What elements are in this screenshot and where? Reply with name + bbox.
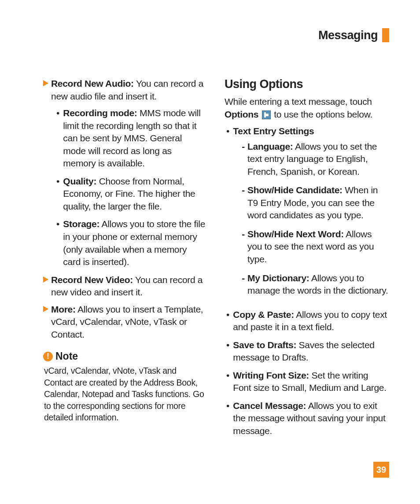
options-label: Options <box>225 109 258 119</box>
item-text: Recording mode: MMS mode will limit the … <box>63 107 206 170</box>
item-label: Text Entry Settings <box>233 126 314 136</box>
item-label: Save to Drafts: <box>233 340 296 350</box>
bullet-icon: • <box>226 400 229 438</box>
item-text: Text Entry Settings - Language: Allows y… <box>233 125 388 303</box>
item-text: Show/Hide Candidate: When in T9 Entry Mo… <box>247 184 388 222</box>
triangle-icon <box>43 306 48 312</box>
dash-icon: - <box>242 272 245 297</box>
header-accent-bar <box>382 28 389 42</box>
dash-icon: - <box>242 184 245 222</box>
intro-text-1: While entering a text message, touch <box>225 96 372 107</box>
left-column: Record New Audio: You can record a new a… <box>43 77 206 443</box>
item-label: Language: <box>247 141 293 151</box>
options-menu-icon <box>262 110 271 119</box>
item-label: Recording mode: <box>63 108 137 118</box>
item-label: Record New Audio: <box>51 78 134 88</box>
bullet-icon: • <box>226 339 229 364</box>
item-text: Quality: Choose from Normal, Economy, or… <box>63 175 206 213</box>
section-heading-using-options: Using Options <box>225 77 388 91</box>
item-save-to-drafts: • Save to Drafts: Saves the selected mes… <box>225 339 388 364</box>
note-header: ! Note <box>43 350 206 362</box>
bullet-icon: • <box>226 369 229 394</box>
item-label: Show/Hide Candidate: <box>247 185 343 195</box>
right-column: Using Options While entering a text mess… <box>225 77 388 443</box>
item-label: More: <box>51 304 76 314</box>
item-label: Writing Font Size: <box>233 370 309 380</box>
item-text: Language: Allows you to set the text ent… <box>247 140 388 178</box>
item-label: Storage: <box>63 219 99 229</box>
item-text: Copy & Paste: Allows you to copy text an… <box>233 309 388 334</box>
triangle-icon <box>43 80 48 86</box>
page-header: Messaging <box>43 28 389 42</box>
item-text: Writing Font Size: Set the writing Font … <box>233 369 388 394</box>
record-audio-sublist: • Recording mode: MMS mode will limit th… <box>43 107 206 269</box>
item-label: Quality: <box>63 176 96 186</box>
bullet-icon: • <box>56 218 59 268</box>
item-label: My Dictionary: <box>247 273 309 283</box>
intro-paragraph: While entering a text message, touch Opt… <box>225 96 388 121</box>
text-entry-sublist: - Language: Allows you to set the text e… <box>233 140 388 297</box>
item-record-new-audio: Record New Audio: You can record a new a… <box>43 77 206 103</box>
item-record-new-video: Record New Video: You can record a new v… <box>43 274 206 299</box>
page-number: 39 <box>373 462 389 478</box>
item-more: More: Allows you to insert a Template, v… <box>43 303 206 341</box>
content-columns: Record New Audio: You can record a new a… <box>43 77 389 443</box>
dash-icon: - <box>242 228 245 266</box>
subitem-show-hide-candidate: - Show/Hide Candidate: When in T9 Entry … <box>242 184 388 222</box>
item-text: Cancel Message: Allows you to exit the m… <box>233 400 388 438</box>
item-copy-paste: • Copy & Paste: Allows you to copy text … <box>225 309 388 334</box>
note-body: vCard, vCalendar, vNote, vTask and Conta… <box>43 365 206 423</box>
note-icon: ! <box>43 352 53 361</box>
bullet-icon: • <box>226 125 229 303</box>
item-label: Cancel Message: <box>233 401 306 411</box>
item-label: Copy & Paste: <box>233 309 294 320</box>
bullet-icon: • <box>56 107 59 170</box>
item-label: Record New Video: <box>51 275 133 285</box>
triangle-icon <box>43 276 48 283</box>
item-text: Record New Audio: You can record a new a… <box>51 77 206 103</box>
item-text: Show/Hide Next Word: Allows you to see t… <box>247 228 388 266</box>
item-cancel-message: • Cancel Message: Allows you to exit the… <box>225 400 388 438</box>
item-text: Record New Video: You can record a new v… <box>51 274 206 299</box>
page-header-title: Messaging <box>318 29 378 42</box>
item-text: My Dictionary: Allows you to manage the … <box>247 272 388 297</box>
item-text-entry-settings: • Text Entry Settings - Language: Allows… <box>225 125 388 303</box>
item-text: More: Allows you to insert a Template, v… <box>51 303 206 341</box>
subitem-quality: • Quality: Choose from Normal, Economy, … <box>56 175 206 213</box>
intro-text-2: to use the options below. <box>272 109 372 119</box>
subitem-recording-mode: • Recording mode: MMS mode will limit th… <box>56 107 206 170</box>
item-text: Save to Drafts: Saves the selected messa… <box>233 339 388 364</box>
subitem-show-hide-next-word: - Show/Hide Next Word: Allows you to see… <box>242 228 388 266</box>
item-writing-font-size: • Writing Font Size: Set the writing Fon… <box>225 369 388 394</box>
bullet-icon: • <box>56 175 59 213</box>
item-label: Show/Hide Next Word: <box>247 229 344 239</box>
subitem-language: - Language: Allows you to set the text e… <box>242 140 388 178</box>
note-title: Note <box>55 350 78 362</box>
bullet-icon: • <box>226 309 229 334</box>
subitem-my-dictionary: - My Dictionary: Allows you to manage th… <box>242 272 388 297</box>
dash-icon: - <box>242 140 245 178</box>
item-text: Storage: Allows you to store the file in… <box>63 218 206 268</box>
subitem-storage: • Storage: Allows you to store the file … <box>56 218 206 268</box>
